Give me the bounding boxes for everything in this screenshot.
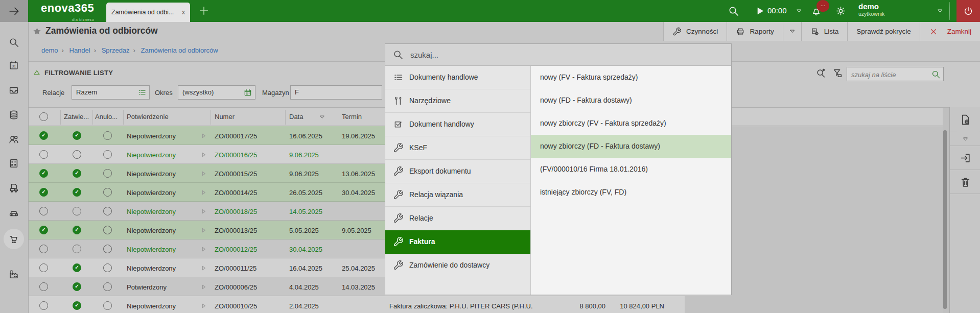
tab-zamowienia-od-odbiorcow[interactable]: Zamówienia od odbi... x: [106, 3, 190, 22]
submenu-item[interactable]: nowy zbiorczy (FV - Faktura sprzedaży): [531, 112, 731, 135]
col-numer[interactable]: Numer: [215, 113, 235, 121]
menu-search-input[interactable]: [409, 50, 667, 60]
breadcrumb-demo[interactable]: demo: [41, 46, 58, 54]
lista-button[interactable]: Lista: [801, 22, 848, 41]
row-approved-checkbox[interactable]: [73, 169, 81, 178]
menu-item[interactable]: Eksport dokumentu: [385, 160, 530, 183]
tab-close-button[interactable]: x: [182, 9, 185, 16]
row-approved-checkbox[interactable]: [73, 301, 81, 310]
menu-item[interactable]: Dokument handlowy: [385, 113, 530, 136]
search-icon[interactable]: [728, 5, 739, 17]
row-approved-checkbox[interactable]: [73, 207, 81, 215]
collapse-triangle-icon[interactable]: [33, 68, 41, 77]
row-select-checkbox[interactable]: [39, 169, 48, 178]
sidebar-toggle-button[interactable]: [0, 0, 28, 22]
sidebar-module-icon[interactable]: [8, 134, 19, 145]
row-approved-checkbox[interactable]: [73, 263, 81, 272]
sidebar-module-icon[interactable]: [8, 85, 19, 96]
record-tool-button[interactable]: [950, 170, 980, 194]
row-canceled-checkbox[interactable]: [103, 226, 112, 234]
row-canceled-checkbox[interactable]: [103, 131, 112, 140]
timer-display[interactable]: 00:00: [767, 6, 787, 15]
row-expand-icon[interactable]: [199, 151, 207, 159]
menu-item[interactable]: Relacja wiązania: [385, 183, 530, 207]
row-canceled-checkbox[interactable]: [103, 188, 112, 197]
row-expand-icon[interactable]: [199, 226, 207, 234]
filter-funnel-icon[interactable]: [832, 67, 843, 79]
timer-chevron-down-icon[interactable]: [795, 7, 803, 15]
row-canceled-checkbox[interactable]: [103, 282, 112, 291]
table-row[interactable]: Niepotwierdzony ZO/000010/25 2.04.2025 F…: [28, 296, 685, 313]
favorite-star-icon[interactable]: [32, 27, 42, 36]
breadcrumb-zamowienia[interactable]: Zamówienia od odbiorców: [141, 46, 218, 54]
select-all-checkbox[interactable]: [39, 112, 48, 121]
row-expand-icon[interactable]: [199, 132, 207, 140]
submenu-item[interactable]: nowy zbiorczy (FD - Faktura dostawy): [531, 135, 731, 158]
relacje-select[interactable]: Razem: [72, 85, 150, 100]
row-select-checkbox[interactable]: [39, 282, 48, 291]
row-canceled-checkbox[interactable]: [103, 150, 112, 159]
col-zatwierdzone[interactable]: Zatwie...: [64, 113, 89, 121]
record-tool-button[interactable]: [950, 146, 980, 170]
col-anulowane[interactable]: Anulo...: [95, 113, 118, 121]
sidebar-module-icon[interactable]: [8, 60, 19, 71]
menu-item[interactable]: Dokumenty handlowe: [385, 66, 530, 89]
row-select-checkbox[interactable]: [39, 263, 48, 272]
row-expand-icon[interactable]: [199, 245, 207, 253]
submenu-item[interactable]: (FV/000010/16 Firma 18.01.2016): [531, 158, 731, 181]
row-canceled-checkbox[interactable]: [103, 245, 112, 253]
row-expand-icon[interactable]: [199, 170, 207, 178]
menu-item[interactable]: Faktura: [385, 230, 530, 254]
advanced-search-icon[interactable]: [815, 67, 827, 79]
zamknij-button[interactable]: Zamknij: [920, 22, 980, 41]
vertical-scrollbar[interactable]: [943, 130, 947, 309]
row-canceled-checkbox[interactable]: [103, 169, 112, 178]
row-approved-checkbox[interactable]: [73, 150, 81, 159]
magazyn-select[interactable]: F: [290, 85, 382, 100]
logout-button[interactable]: [956, 0, 980, 22]
sidebar-module-icon[interactable]: [8, 109, 19, 121]
row-approved-checkbox[interactable]: [73, 226, 81, 234]
submenu-item[interactable]: nowy (FV - Faktura sprzedaży): [531, 66, 731, 89]
gear-icon[interactable]: [835, 5, 847, 17]
row-canceled-checkbox[interactable]: [103, 207, 112, 215]
row-select-checkbox[interactable]: [39, 131, 48, 140]
window-chevron-down-icon[interactable]: [936, 7, 944, 15]
data-filter-icon[interactable]: [318, 113, 326, 121]
row-approved-checkbox[interactable]: [73, 282, 81, 291]
menu-item[interactable]: KSeF: [385, 136, 530, 160]
new-tab-button[interactable]: [198, 5, 209, 16]
row-approved-checkbox[interactable]: [73, 245, 81, 253]
list-search-input[interactable]: [850, 68, 931, 81]
sidebar-module-icon[interactable]: [4, 229, 24, 249]
sidebar-module-icon[interactable]: [8, 37, 19, 48]
row-canceled-checkbox[interactable]: [103, 301, 112, 310]
row-expand-icon[interactable]: [199, 207, 207, 215]
raporty-dropdown-button[interactable]: [783, 22, 801, 41]
row-expand-icon[interactable]: [199, 283, 207, 291]
record-tool-button[interactable]: [950, 107, 980, 132]
record-tool-button[interactable]: [950, 132, 980, 146]
sidebar-module-icon[interactable]: [8, 207, 19, 219]
row-select-checkbox[interactable]: [39, 301, 48, 310]
col-potwierdzenie[interactable]: Potwierdzenie: [127, 113, 169, 121]
play-icon[interactable]: [754, 5, 766, 17]
row-select-checkbox[interactable]: [39, 226, 48, 234]
notifications-badge[interactable]: ...: [816, 0, 829, 12]
submenu-item[interactable]: istniejący zbiorczy (FV, FD): [531, 181, 731, 204]
col-termin[interactable]: Termin: [342, 113, 362, 121]
row-select-checkbox[interactable]: [39, 207, 48, 215]
breadcrumb-sprzedaz[interactable]: Sprzedaż: [102, 46, 130, 54]
czynnosci-button[interactable]: Czynności: [663, 22, 727, 41]
row-select-checkbox[interactable]: [39, 245, 48, 253]
menu-item[interactable]: Zamówienie do dostawcy: [385, 254, 530, 277]
sidebar-module-icon[interactable]: [8, 158, 19, 169]
row-expand-icon[interactable]: [199, 264, 207, 272]
breadcrumb-handel[interactable]: Handel: [69, 46, 90, 54]
row-expand-icon[interactable]: [199, 302, 207, 310]
menu-item[interactable]: Narzędziowe: [385, 89, 530, 113]
row-canceled-checkbox[interactable]: [103, 263, 112, 272]
submenu-item[interactable]: nowy (FD - Faktura dostawy): [531, 89, 731, 112]
search-icon[interactable]: [931, 69, 941, 79]
row-select-checkbox[interactable]: [39, 188, 48, 197]
